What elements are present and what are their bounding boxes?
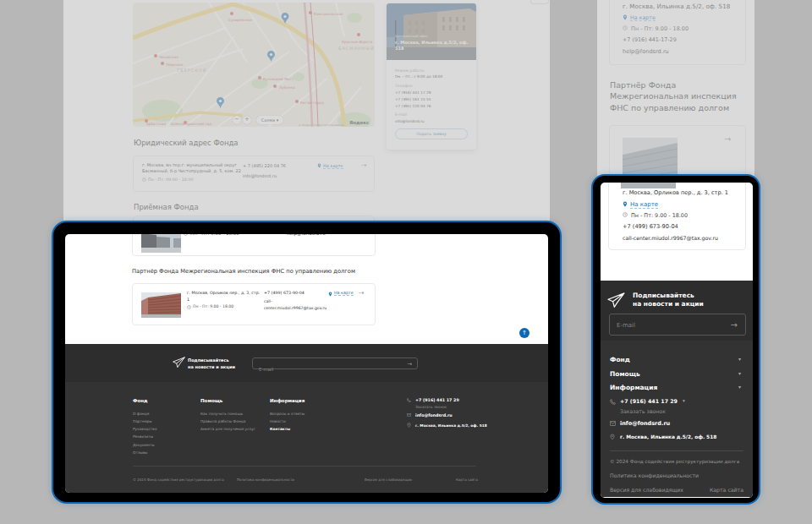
footer-privacy-link[interactable]: Политика конфиденциальности <box>237 478 294 482</box>
partner-email-line1[interactable]: call- <box>264 299 272 303</box>
clock-icon <box>623 212 628 217</box>
footer-subscribe-strip: Подписывайтесь на новости и акции → <box>65 344 548 382</box>
mobile-office-phone[interactable]: +7 (916) 441-17-29 <box>623 36 677 43</box>
chevron-down-icon[interactable]: ▾ <box>683 398 685 403</box>
mobile-office-hours: Пн - Пт: 9.00 - 18.00 <box>631 25 689 32</box>
phone-footer-privacy[interactable]: Политика конфиденциальности <box>610 472 699 478</box>
subscribe-email-input[interactable] <box>253 364 417 374</box>
office-phone-1[interactable]: +7 (916) 441 17 29 <box>395 90 431 95</box>
partner-map-link[interactable]: На карте <box>334 291 354 296</box>
reception-photo <box>141 234 181 253</box>
chevron-down-icon[interactable]: ▾ <box>738 384 741 390</box>
footer-address: г. Москва, Ильинка д.5/2, оф. 518 <box>415 423 487 428</box>
phone-footer-address: г. Москва, Ильинка д.5/2, оф. 518 <box>620 434 716 439</box>
svg-text:Кузнецкий Мост: Кузнецкий Мост <box>263 77 294 81</box>
svg-text:БАСМАННЫЙ: БАСМАННЫЙ <box>338 46 375 51</box>
chevron-down-icon[interactable]: ▾ <box>738 356 741 362</box>
svg-text:ТВЕРСКОЙ: ТВЕРСКОЙ <box>176 68 206 73</box>
footer-link[interactable]: Документы <box>133 441 157 449</box>
chevron-down-icon[interactable]: ▾ <box>738 370 741 376</box>
phone-partner-map-link[interactable]: На карте <box>630 201 658 209</box>
office-phone-3[interactable]: +7 (495) 220 04 76 <box>395 104 431 108</box>
footer-link[interactable]: Партнеры <box>133 418 157 425</box>
footer-link[interactable]: Как получить помощь <box>200 410 255 418</box>
phone-subscribe-strip: Подписывайтесь на новости и акции → <box>601 281 753 341</box>
menu-item-help[interactable]: Помощь <box>610 370 640 378</box>
reception-email[interactable]: help@fondsrd.ru <box>287 234 326 236</box>
legal-address-line2: Басманный, б-р Чистопрудный, д. 5, ком. … <box>142 168 241 173</box>
svg-text:Комсомольская: Комсомольская <box>314 12 343 16</box>
footer-link[interactable]: Вопросы и ответы <box>270 410 304 418</box>
footer-link[interactable]: Руководство <box>133 425 157 433</box>
partner-phone[interactable]: +7 (499) 673-90-04 <box>264 291 304 295</box>
phone-footer-accessibility[interactable]: Версия для слабовидящих <box>610 487 683 493</box>
mobile-page-dimmed: г. Москва, Ильинка д.5/2, оф. 518 На кар… <box>597 0 754 176</box>
pin-icon <box>623 14 628 20</box>
footer-callback-link[interactable]: Заказать звонок <box>415 405 447 409</box>
footer-divider <box>610 450 743 451</box>
partner-photo <box>623 138 678 176</box>
footer-link[interactable]: Правила работы Фонда <box>200 418 255 425</box>
tablet-footer: Подписывайтесь на новости и акции → Фонд… <box>65 344 548 493</box>
map[interactable]: Сухаревская Красные Ворота Кузнецкий Мос… <box>133 3 375 127</box>
partner-title: Партнёр Фонда Межрегиональная инспекция … <box>132 268 355 275</box>
mobile-partner-title-line2: Межрегиональная инспекция <box>610 91 737 101</box>
submit-arrow-icon[interactable]: → <box>731 320 738 330</box>
subscribe-line1: Подписывайтесь <box>633 292 694 299</box>
partner-photo <box>621 183 676 188</box>
menu-item-info[interactable]: Информация <box>610 384 657 391</box>
submit-arrow-icon[interactable]: → <box>407 361 412 368</box>
map-zoom-in-button[interactable]: + <box>243 116 251 124</box>
footer-link[interactable]: О фонде <box>133 410 157 418</box>
legal-email[interactable]: info@fondsrd.ru <box>243 173 277 178</box>
mobile-office-map-link[interactable]: На карте <box>630 14 656 21</box>
legal-card: г. Москва, вн.тер.г. муниципальный округ… <box>133 156 375 192</box>
phone-footer-sitemap[interactable]: Карта сайта <box>710 487 743 493</box>
arrow-right-icon[interactable]: → <box>361 161 367 169</box>
phone-partner-email[interactable]: call-center.miudol.r9967@tax.gov.ru <box>623 235 718 241</box>
reception-card: Пн - Пт: 9.00 - 18.00 help@fondsrd.ru <box>132 234 376 256</box>
header-fragment <box>530 0 549 4</box>
scroll-top-button[interactable]: ↑ <box>519 328 529 338</box>
phone-footer-copyright: © 2024 Фонд содействия реструктуризации … <box>610 459 739 464</box>
map-zoom-out-button[interactable]: − <box>233 116 241 124</box>
subscribe-email-field[interactable]: → <box>609 314 746 336</box>
footer-email[interactable]: info@fondsrd.ru <box>415 413 453 418</box>
phone-partner-phone[interactable]: +7 (499) 673-90-04 <box>623 223 678 230</box>
legal-map-link[interactable]: На карте <box>323 163 343 169</box>
arrow-right-icon[interactable]: → <box>724 134 731 144</box>
svg-text:Лубянка: Лубянка <box>279 85 295 90</box>
footer-link[interactable]: Анкета для получения услуг <box>200 425 255 433</box>
footer-link-active[interactable]: Контакты <box>270 425 304 433</box>
partner-email-line2[interactable]: center.miudol.r9967@tax.gov.ru <box>264 306 326 310</box>
footer-link[interactable]: Отзывы <box>133 449 157 456</box>
footer-copyright: © 2024 Фонд содействия реструктуризации … <box>133 478 224 482</box>
footer-sitemap-link[interactable]: Карта сайта <box>456 478 478 482</box>
subscribe-email-input[interactable] <box>610 315 745 336</box>
phone-footer-callback[interactable]: Заказать звонок <box>620 408 666 414</box>
email-icon <box>610 421 616 426</box>
arrow-right-icon[interactable]: → <box>359 289 365 297</box>
footer-col-fund-title: Фонд <box>133 398 147 403</box>
footer-phone[interactable]: +7 (916) 441 17 29 <box>415 398 459 402</box>
pin-icon <box>407 423 411 428</box>
phone-footer-phone[interactable]: +7 (916) 441 17 29 <box>620 398 678 404</box>
menu-item-fund[interactable]: Фонд <box>610 356 630 363</box>
footer-link[interactable]: Новости <box>270 418 304 425</box>
legal-phone[interactable]: + 7 (495) 220 04 76 <box>243 163 286 168</box>
office-email[interactable]: info@fondsrd.ru <box>395 119 424 123</box>
footer-link[interactable]: Реквизиты <box>133 433 157 440</box>
clock-icon <box>184 234 188 236</box>
footer-accessibility-link[interactable]: Версия для слабовидящих <box>365 478 412 482</box>
subscribe-line2: на новости и акции <box>188 364 235 369</box>
phone-footer-email[interactable]: info@fondsrd.ru <box>620 420 670 427</box>
pin-icon <box>610 434 615 440</box>
office-phone-2[interactable]: +7 (495) 161 15 55 <box>395 97 431 101</box>
subscribe-email-field[interactable]: → <box>252 358 418 369</box>
partner-photo <box>141 292 181 318</box>
mobile-office-email[interactable]: help@fondsrd.ru <box>623 48 669 55</box>
pin-icon <box>623 201 628 207</box>
office-cta-button[interactable]: Подать заявку <box>395 128 468 139</box>
map-layers-button[interactable]: Схема ▾ <box>256 116 283 124</box>
chevron-down-icon[interactable]: ▾ <box>458 398 459 402</box>
